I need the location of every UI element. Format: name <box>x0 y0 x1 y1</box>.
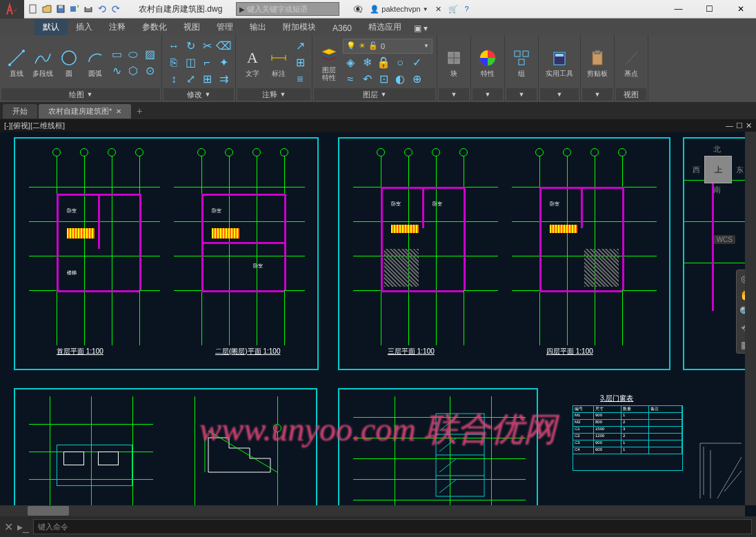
layer-lock-icon[interactable]: 🔒 <box>376 55 391 70</box>
chevron-down-icon[interactable]: ▼ <box>595 91 601 98</box>
utilities-button[interactable]: 实用工具 <box>543 46 576 79</box>
undo-icon[interactable] <box>96 3 108 15</box>
polygon-icon[interactable]: ⬡ <box>126 63 141 79</box>
layer-selector[interactable]: 💡 ☀ 🔓 0 ▼ <box>343 39 432 54</box>
ribbon-tab-view[interactable]: 视图 <box>175 19 208 35</box>
help-icon[interactable]: ? <box>465 5 469 13</box>
circle-button[interactable]: 圆 <box>57 46 81 79</box>
ribbon-tab-output[interactable]: 输出 <box>241 19 275 35</box>
properties-button[interactable]: 特性 <box>475 46 500 79</box>
maximize-button[interactable]: ☐ <box>694 0 725 19</box>
layer-merge-icon[interactable]: ⊕ <box>409 72 424 87</box>
layer-off-icon[interactable]: ○ <box>392 55 408 70</box>
explode-icon[interactable]: ✦ <box>216 55 231 70</box>
viewcube-top[interactable]: 上 <box>704 156 732 183</box>
ribbon-tab-insert[interactable]: 插入 <box>68 19 101 35</box>
chevron-down-icon[interactable]: ▼ <box>381 91 387 98</box>
viewport-label[interactable]: [-][俯视][二维线框] <box>4 121 65 131</box>
block-button[interactable]: 块 <box>441 46 466 79</box>
vertical-scrollbar[interactable] <box>745 132 756 505</box>
ribbon-tab-a360[interactable]: A360 <box>324 21 360 35</box>
ribbon-tab-annotate[interactable]: 注释 <box>101 19 134 35</box>
chevron-down-icon[interactable]: ▼ <box>87 91 93 98</box>
layer-props-button[interactable]: 图层 特性 <box>317 43 341 83</box>
viewport-minimize-icon[interactable]: — <box>726 121 733 130</box>
doc-tab-drawing[interactable]: 农村自建房建筑图*✕ <box>39 104 131 119</box>
layer-make-icon[interactable]: ✓ <box>409 55 424 70</box>
chevron-down-icon[interactable]: ▼ <box>485 91 491 98</box>
viewcube[interactable]: 北 南 东 西 上 <box>694 145 742 194</box>
ribbon-tab-parametric[interactable]: 参数化 <box>134 19 175 35</box>
new-icon[interactable] <box>27 3 39 15</box>
viewport-close-icon[interactable]: ✕ <box>746 121 752 130</box>
table-icon[interactable]: ⊞ <box>292 55 308 70</box>
ribbon-tab-addins[interactable]: 附加模块 <box>275 19 324 35</box>
polyline-button[interactable]: 多段线 <box>30 46 55 79</box>
group-button[interactable]: 组 <box>509 46 534 79</box>
scale-icon[interactable]: ⤢ <box>183 72 198 87</box>
trim-icon[interactable]: ✂ <box>199 39 215 54</box>
open-icon[interactable] <box>41 3 53 15</box>
spline-icon[interactable]: ∿ <box>109 63 124 79</box>
plot-icon[interactable] <box>82 3 94 15</box>
layer-walk-icon[interactable]: ◐ <box>392 72 408 87</box>
saveas-icon[interactable] <box>68 3 81 15</box>
chevron-down-icon[interactable]: ▼ <box>280 91 286 98</box>
chevron-down-icon[interactable]: ▼ <box>451 91 457 98</box>
offset-icon[interactable]: ⇉ <box>216 72 231 87</box>
svg-point-8 <box>62 51 76 65</box>
arc-button[interactable]: 圆弧 <box>83 46 108 79</box>
erase-icon[interactable]: ⌫ <box>216 39 231 54</box>
layer-prev-icon[interactable]: ↶ <box>359 72 375 87</box>
chevron-down-icon[interactable]: ▼ <box>519 91 525 98</box>
mtext-icon[interactable]: ≡ <box>292 72 308 87</box>
array-icon[interactable]: ⊞ <box>199 72 215 87</box>
minimize-button[interactable]: — <box>663 0 694 19</box>
command-close-icon[interactable]: ✕ <box>4 520 13 534</box>
app-logo[interactable] <box>0 0 24 19</box>
horizontal-scrollbar[interactable] <box>0 505 745 516</box>
leader-icon[interactable]: ↗ <box>292 39 308 54</box>
dimension-button[interactable]: 标注 <box>266 46 291 79</box>
ribbon-panel-menu[interactable]: ▣ ▾ <box>410 21 432 35</box>
viewport-maximize-icon[interactable]: ☐ <box>736 121 743 130</box>
rotate-icon[interactable]: ↻ <box>183 39 198 54</box>
command-prompt-icon[interactable]: ▸_ <box>17 520 29 534</box>
chevron-down-icon[interactable]: ▼ <box>205 91 211 98</box>
ribbon-tab-default[interactable]: 默认 <box>34 19 68 35</box>
move-icon[interactable]: ↔ <box>166 39 181 54</box>
ribbon-tab-manage[interactable]: 管理 <box>208 19 241 35</box>
rectangle-icon[interactable]: ▭ <box>109 47 124 62</box>
command-input[interactable]: 键入命令 <box>33 519 752 534</box>
mirror-icon[interactable]: ◫ <box>183 55 198 70</box>
basepoint-button[interactable]: 基点 <box>619 46 644 79</box>
drawing-canvas[interactable]: 卧室 楼梯 首层平面 1:100 卧室 卧室 二层(阁层)平面 1:100 <box>0 132 756 516</box>
layer-state-icon[interactable]: ⊡ <box>376 72 391 87</box>
ribbon-tab-featured[interactable]: 精选应用 <box>360 19 410 35</box>
stretch-icon[interactable]: ↕ <box>166 72 181 87</box>
save-icon[interactable] <box>54 3 67 15</box>
fillet-icon[interactable]: ⌐ <box>199 55 215 70</box>
user-account[interactable]: 👤 paktechvpn ▼ <box>370 5 428 14</box>
layer-freeze-icon[interactable]: ❄ <box>359 55 375 70</box>
line-button[interactable]: 直线 <box>4 46 29 79</box>
exchange-icon[interactable]: ✕ <box>435 5 441 14</box>
copy-icon[interactable]: ⎘ <box>166 55 181 70</box>
doc-tab-start[interactable]: 开始 <box>3 104 37 119</box>
new-tab-button[interactable]: + <box>132 104 146 118</box>
help-search-input[interactable]: ▶ 键入关键字或短语 <box>236 2 339 16</box>
clipboard-button[interactable]: 剪贴板 <box>585 46 610 79</box>
chevron-down-icon[interactable]: ▼ <box>557 91 563 98</box>
close-tab-icon[interactable]: ✕ <box>116 108 121 115</box>
close-button[interactable]: ✕ <box>725 0 756 19</box>
layer-match-icon[interactable]: ≈ <box>343 72 358 87</box>
point-icon[interactable]: ⊙ <box>142 63 157 79</box>
text-button[interactable]: A 文字 <box>240 46 265 79</box>
hatch-icon[interactable]: ▨ <box>142 47 157 62</box>
binoculars-icon[interactable]: 👁‍🗨 <box>353 5 363 14</box>
cart-icon[interactable]: 🛒 <box>448 5 458 14</box>
ellipse-icon[interactable]: ⬭ <box>126 47 141 62</box>
wcs-label[interactable]: WCS <box>714 235 735 244</box>
layer-iso-icon[interactable]: ◈ <box>343 55 358 70</box>
redo-icon[interactable] <box>110 3 122 15</box>
